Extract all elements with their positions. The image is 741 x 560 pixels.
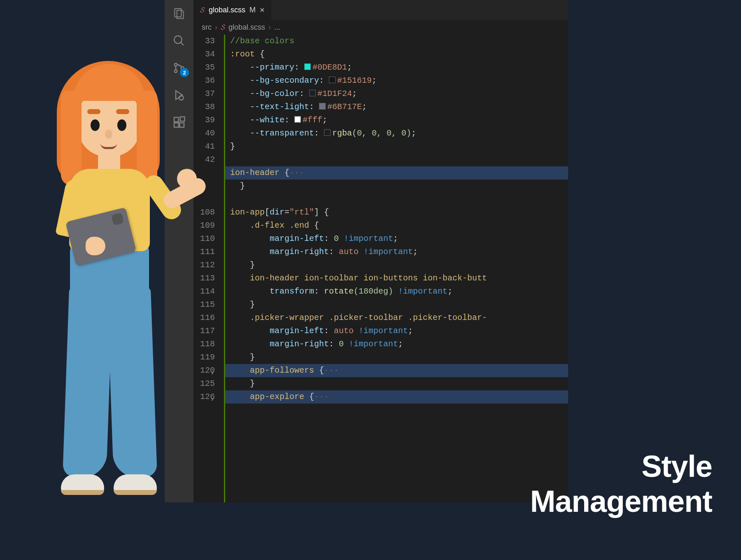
- line-number: 34: [193, 48, 215, 61]
- scss-file-icon: 𝓢: [221, 23, 225, 32]
- line-number: 117: [193, 324, 215, 338]
- line-number: 108: [193, 206, 215, 219]
- code-line[interactable]: }: [225, 259, 568, 272]
- title-line2: Management: [530, 484, 712, 519]
- character-illustration: [25, 41, 189, 535]
- page-title: Style Management: [530, 449, 712, 519]
- line-number: 116: [193, 311, 215, 324]
- code-content[interactable]: //base colors :root { --primary: #0DE8D1…: [224, 35, 568, 502]
- chevron-right-icon: ›: [268, 23, 271, 32]
- line-number: 35: [193, 61, 215, 74]
- code-line[interactable]: --bg-secondary: #151619;: [225, 74, 568, 87]
- line-number: 120›: [193, 364, 215, 377]
- code-line[interactable]: --primary: #0DE8D1;: [225, 61, 568, 74]
- tab-bar: 𝓢 global.scss M ×: [193, 0, 568, 20]
- code-line[interactable]: }: [225, 180, 568, 193]
- chevron-right-icon: ›: [215, 23, 217, 32]
- breadcrumb-folder[interactable]: src: [202, 23, 212, 32]
- code-line[interactable]: }: [225, 351, 568, 364]
- code-line[interactable]: [225, 193, 568, 206]
- line-number: 126›: [193, 390, 215, 404]
- line-number: 114: [193, 285, 215, 298]
- color-swatch-icon[interactable]: [324, 129, 331, 136]
- code-line[interactable]: --bg-color: #1D1F24;: [225, 87, 568, 100]
- code-line[interactable]: margin-right: 0 !important;: [225, 338, 568, 351]
- code-line[interactable]: --white: #fff;: [225, 114, 568, 127]
- line-number: 119: [193, 351, 215, 364]
- code-line[interactable]: app-explore {···: [225, 390, 568, 404]
- code-line[interactable]: :root {: [225, 48, 568, 61]
- code-line[interactable]: app-followers {···: [225, 364, 568, 377]
- breadcrumb-more[interactable]: ...: [274, 23, 280, 32]
- line-number: 37: [193, 87, 215, 100]
- breadcrumb-file[interactable]: global.scss: [228, 23, 265, 32]
- line-number: 118: [193, 338, 215, 351]
- code-area[interactable]: 33 34 35 36 37 38 39 40 41 42 108 109 11…: [193, 35, 568, 502]
- tab-close-icon[interactable]: ×: [260, 5, 265, 15]
- code-line[interactable]: }: [225, 298, 568, 311]
- line-number: 111: [193, 245, 215, 259]
- color-swatch-icon[interactable]: [294, 116, 301, 123]
- line-number: 41: [193, 140, 215, 153]
- title-line1: Style: [530, 449, 712, 484]
- color-swatch-icon[interactable]: [319, 103, 326, 110]
- line-number: 113: [193, 272, 215, 285]
- color-swatch-icon[interactable]: [329, 77, 336, 83]
- code-line[interactable]: ion-app[dir="rtl"] {: [225, 206, 568, 219]
- code-line[interactable]: --text-light: #6B717E;: [225, 100, 568, 114]
- code-line[interactable]: margin-left: auto !important;: [225, 324, 568, 338]
- editor-main: 𝓢 global.scss M × src › 𝓢 global.scss › …: [193, 0, 568, 502]
- line-number: 112: [193, 259, 215, 272]
- line-number: 125: [193, 377, 215, 390]
- code-line[interactable]: .d-flex .end {: [225, 219, 568, 232]
- line-number: 33: [193, 35, 215, 48]
- tab-modified-indicator: M: [249, 6, 256, 14]
- code-line[interactable]: }: [225, 377, 568, 390]
- line-number: 110: [193, 232, 215, 245]
- color-swatch-icon[interactable]: [304, 63, 311, 70]
- code-line[interactable]: [225, 153, 568, 166]
- line-number: 115: [193, 298, 215, 311]
- color-swatch-icon[interactable]: [309, 90, 316, 96]
- tab-global-scss[interactable]: 𝓢 global.scss M ×: [193, 0, 272, 20]
- breadcrumb[interactable]: src › 𝓢 global.scss › ...: [193, 20, 568, 35]
- line-number: 39: [193, 114, 215, 127]
- code-line[interactable]: //base colors: [225, 35, 568, 48]
- line-number: 40: [193, 127, 215, 140]
- line-number: 42: [193, 153, 215, 166]
- code-line[interactable]: transform: rotate(180deg) !important;: [225, 285, 568, 298]
- explorer-icon[interactable]: [172, 6, 186, 21]
- scss-file-icon: 𝓢: [200, 6, 205, 14]
- line-gutter: 33 34 35 36 37 38 39 40 41 42 108 109 11…: [193, 35, 224, 502]
- code-line[interactable]: --transparent: rgba(0, 0, 0, 0);: [225, 127, 568, 140]
- code-line[interactable]: margin-right: auto !important;: [225, 245, 568, 259]
- line-number: 36: [193, 74, 215, 87]
- code-line[interactable]: .picker-wrapper .picker-toolbar .picker-…: [225, 311, 568, 324]
- line-number: 38: [193, 100, 215, 114]
- code-line[interactable]: ion-header {···: [225, 166, 568, 180]
- fold-chevron-icon[interactable]: ›: [211, 393, 214, 406]
- line-number: 109: [193, 219, 215, 232]
- code-line[interactable]: ion-header ion-toolbar ion-buttons ion-b…: [225, 272, 568, 285]
- code-line[interactable]: }: [225, 140, 568, 153]
- editor-window: 2 𝓢 global.scss M × src › 𝓢 global.scss …: [165, 0, 568, 502]
- tab-filename: global.scss: [209, 6, 245, 14]
- code-line[interactable]: margin-left: 0 !important;: [225, 232, 568, 245]
